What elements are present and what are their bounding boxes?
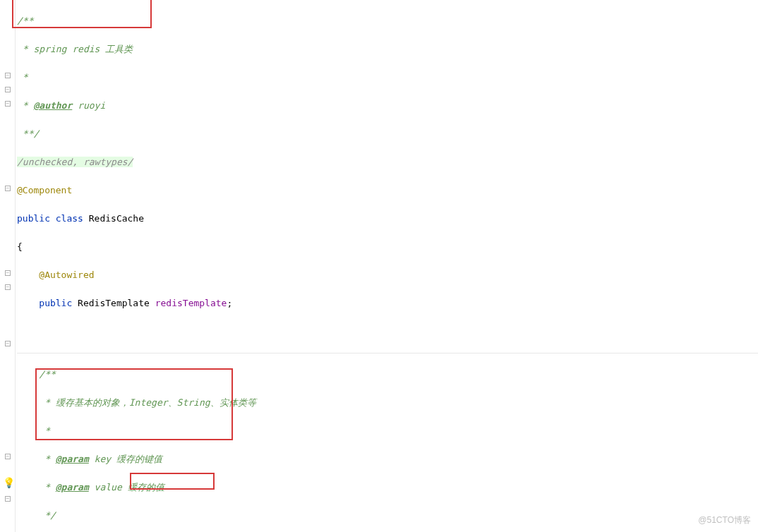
semicolon: ;	[227, 298, 232, 308]
indent	[17, 270, 39, 280]
keyword: public	[17, 298, 78, 308]
code-text: *	[17, 425, 50, 436]
annotation: @Component	[17, 185, 72, 195]
fold-icon[interactable]: −	[5, 73, 11, 78]
class-name: RedisTemplate	[78, 298, 155, 308]
fold-icon[interactable]: −	[5, 101, 11, 107]
gutter: − − − − − − − − 💡 −	[0, 0, 16, 532]
fold-icon[interactable]: −	[5, 496, 11, 502]
fold-icon[interactable]: −	[5, 454, 11, 459]
code-text: ruoyi	[72, 100, 105, 111]
fold-icon[interactable]: −	[5, 341, 11, 346]
fold-icon[interactable]: −	[5, 186, 11, 191]
code-area[interactable]: /** * spring redis 工具类 * * @author ruoyi…	[16, 0, 758, 532]
doc-tag: @param	[56, 482, 89, 492]
code-editor[interactable]: − − − − − − − − 💡 − /** * spring redis 工…	[0, 0, 758, 532]
code-text: spring redis 工具类	[33, 44, 133, 54]
code-text: *	[17, 72, 28, 83]
code-text: key 缓存的键值	[89, 454, 162, 464]
bulb-icon[interactable]: 💡	[3, 477, 15, 488]
code-text: */	[17, 510, 56, 521]
code-text: *	[17, 482, 56, 492]
code-text: * 缓存基本的对象，Integer、String、实体类等	[17, 397, 256, 408]
doc-tag: @author	[33, 100, 72, 111]
code-text: /**	[17, 369, 56, 380]
watermark: @51CTO博客	[698, 514, 751, 526]
doc-tag: @param	[56, 454, 89, 464]
code-text: *	[17, 454, 56, 464]
code-text: /**	[17, 16, 33, 26]
fold-icon[interactable]: −	[5, 284, 11, 290]
class-name: RedisCache	[89, 213, 144, 224]
brace: {	[17, 241, 23, 252]
keyword: public class	[17, 213, 89, 224]
fold-icon[interactable]: −	[5, 87, 11, 92]
code-text: **/	[17, 128, 39, 139]
code-text: value 缓存的值	[89, 482, 164, 492]
field: redisTemplate	[155, 298, 227, 308]
code-text: *	[17, 100, 33, 111]
fold-icon[interactable]: −	[5, 270, 11, 276]
suppress-comment: /unchecked, rawtypes/	[17, 157, 133, 167]
code-text: *	[17, 44, 33, 54]
annotation: @Autowired	[39, 270, 94, 280]
separator	[17, 353, 758, 353]
